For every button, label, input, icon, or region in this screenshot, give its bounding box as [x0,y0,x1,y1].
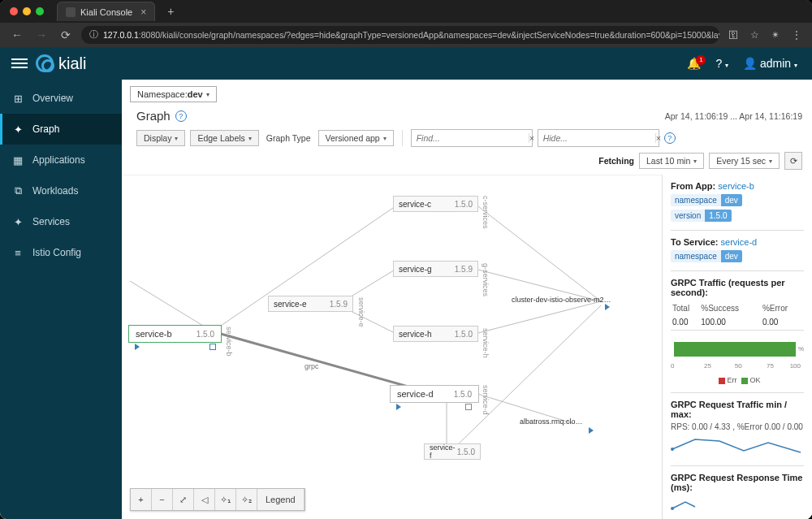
node-service-h[interactable]: service-h1.5.0 [393,326,478,342]
graph-canvas[interactable]: grpc service-c1.5.0 service-e1.5.9 [122,175,662,519]
interval-dropdown[interactable]: Every 15 sec▾ [709,153,780,169]
page-title: Graph ? [136,109,187,123]
node-service-g[interactable]: service-g1.5.9 [393,261,478,277]
node-service-c[interactable]: service-c1.5.0 [393,196,478,212]
hide-input[interactable]: × [538,129,659,147]
close-tab-icon[interactable]: × [140,6,146,18]
sidebar-item-istio-config[interactable]: ≡Istio Config [0,237,122,268]
sidebar-item-applications[interactable]: ▦Applications [0,145,122,175]
sidebar-item-graph[interactable]: ✦Graph [0,114,122,145]
details-panel: From App: service-b namespacedev version… [662,175,812,519]
zoom-out-button[interactable]: − [152,489,173,510]
port-out-icon [465,404,472,410]
url-path: /kiali/console/graph/namespaces/?edges=h… [160,30,719,40]
sidebar-item-workloads[interactable]: ⧉Workloads [0,175,122,206]
layout1-button[interactable]: ✧₁ [215,489,236,510]
browser-tab-strip: Kiali Console × + [0,0,812,23]
back-button[interactable]: ◁ [194,489,215,510]
nav-back-button[interactable]: ← [8,26,26,44]
zoom-in-button[interactable]: + [131,489,152,510]
notification-button[interactable]: 🔔1 [684,57,704,70]
help-button[interactable]: ? ▾ [712,57,732,70]
duration-dropdown[interactable]: Last 10 min▾ [639,153,704,169]
chip-namespace: namespacedev [671,194,742,206]
node-service-d[interactable]: service-d1.5.0 [390,385,479,403]
namespace-selector[interactable]: Namespace: dev▾ [130,86,217,102]
sidebar: ⊞Overview ✦Graph ▦Applications ⧉Workload… [0,80,122,519]
info-icon: ⓘ [89,29,98,41]
logo-icon [36,54,54,72]
brand-logo[interactable]: kiali [36,54,86,73]
minimize-icon[interactable] [23,7,31,15]
traffic-title: GRPC Traffic (requests per second): [671,278,804,297]
browser-url-bar: ← → ⟳ ⓘ 127.0.0.1:8080/kiali/console/gra… [0,23,812,47]
svc-label-e: service-e [357,297,365,327]
key-icon[interactable]: ⚿ [726,28,741,42]
chevron-down-icon: ▾ [206,91,209,98]
traffic-table: Total%Success%Error 0.00100.000.00 [671,301,804,331]
graph-type-label: Graph Type [264,133,313,143]
nav-reload-button[interactable]: ⟳ [57,26,75,44]
menu-icon[interactable]: ⋮ [789,28,804,42]
from-app-link[interactable]: service-b [718,181,754,191]
refresh-button[interactable]: ⟳ [784,152,802,170]
svc-label-g: g-services [482,263,490,296]
svc-label-h: service-h [482,328,490,358]
graph-type-dropdown[interactable]: Versioned app▾ [318,130,394,146]
node-albatross[interactable]: albatross.rmq.clo… [520,417,583,426]
legend-button[interactable]: Legend [257,489,304,510]
sparkline-chart [671,499,703,519]
cluster-port-icon [605,304,610,310]
clear-hide-icon[interactable]: × [655,133,661,143]
resp-time-title: GRPC Request Response Time (ms): [671,473,804,492]
canvas-toolbar: + − ⤢ ◁ ✧₁ ✧₂ Legend [130,488,305,511]
user-menu[interactable]: 👤 admin ▾ [740,57,801,70]
svc-label-d: service-d [482,385,490,415]
node-service-b[interactable]: service-b1.5.0 [128,325,222,343]
overview-icon: ⊞ [11,92,24,105]
chart-legend: ErrOK [671,376,804,384]
star-icon[interactable]: ☆ [747,28,762,42]
favicon-icon [66,7,76,17]
close-icon[interactable] [10,7,18,15]
req-traffic-title: GRPC Request Traffic min / max: [671,400,804,419]
workloads-icon: ⧉ [11,184,24,197]
display-dropdown[interactable]: Display▾ [136,130,185,146]
svg-line-8 [475,301,601,334]
help-icon[interactable]: ? [175,110,187,122]
req-traffic-line: RPS: 0.00 / 4.33 , %Error 0.00 / 0.00 [671,422,804,431]
albatross-port-icon [589,427,594,434]
url-field[interactable]: ⓘ 127.0.0.1:8080/kiali/console/graph/nam… [81,26,719,44]
extension-icon[interactable]: ✴ [768,28,783,42]
browser-tab[interactable]: Kiali Console × [57,2,155,21]
istio-config-icon: ≡ [11,246,24,259]
new-tab-button[interactable]: + [162,2,179,20]
node-service-e[interactable]: service-e1.5.9 [268,296,353,312]
edge-labels-dropdown[interactable]: Edge Labels▾ [190,130,258,146]
maximize-icon[interactable] [36,7,44,15]
sidebar-item-overview[interactable]: ⊞Overview [0,83,122,114]
graph-icon: ✦ [11,123,24,136]
url-host: 127.0.0.1 [103,30,139,40]
chip-version: version1.5.0 [671,210,732,222]
port-out-icon [209,344,216,350]
clear-find-icon[interactable]: × [529,133,534,143]
filter-help-icon[interactable]: ? [664,132,676,144]
notif-badge: 1 [696,55,706,65]
hamburger-button[interactable] [11,55,28,71]
layout2-button[interactable]: ✧₂ [236,489,257,510]
sidebar-item-services[interactable]: ✦Services [0,206,122,237]
nav-fwd-button[interactable]: → [32,26,50,44]
to-svc-link[interactable]: service-d [721,237,758,247]
fit-button[interactable]: ⤢ [173,489,194,510]
port-in-icon [396,404,401,410]
node-cluster[interactable]: cluster-dev-istio-observe-m2… [512,296,611,304]
port-in-icon [135,344,140,350]
node-service-f[interactable]: service-f1.5.0 [424,443,481,460]
find-input[interactable]: × [411,129,533,147]
graph-toolbar: Display▾ Edge Labels▾ Graph Type Version… [122,126,812,175]
tab-title: Kiali Console [80,7,132,17]
svg-point-13 [671,507,674,510]
traffic-bar-chart: % 0 25 50 75 100 [671,335,804,368]
svg-text:grpc: grpc [304,362,319,370]
